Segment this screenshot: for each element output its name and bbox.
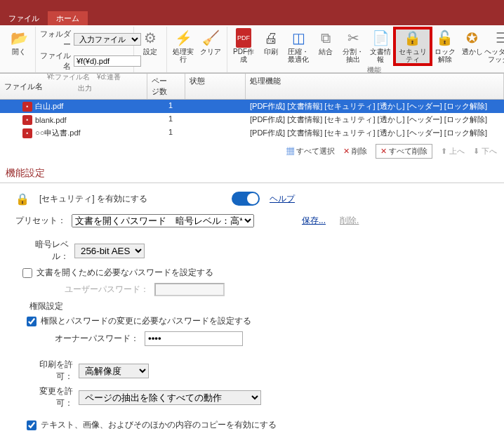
change-allow-select[interactable]: ページの抽出を除くすべての動作 bbox=[79, 390, 261, 405]
help-link[interactable]: ヘルプ bbox=[270, 193, 295, 205]
table-row[interactable]: ▪○○申込書.pdf 1 [PDF作成] [文書情報] [セキュリティ] [透か… bbox=[0, 126, 504, 140]
unlock-label: ロック 解除 bbox=[435, 48, 456, 63]
perm-password-checkbox[interactable] bbox=[27, 317, 37, 326]
allow-copy-checkbox[interactable] bbox=[27, 420, 37, 430]
printer-icon: 🖨 bbox=[264, 29, 278, 46]
clear-label: クリア bbox=[200, 48, 221, 55]
split-label: 分割・ 抽出 bbox=[343, 48, 364, 63]
preset-label: プリセット： bbox=[15, 215, 66, 227]
pdf-file-icon: ▪ bbox=[22, 102, 32, 112]
folder-label: フォルダー bbox=[39, 29, 71, 50]
combine-icon: ⧉ bbox=[321, 29, 331, 46]
print-button[interactable]: 🖨 印刷 bbox=[258, 28, 284, 65]
preset-save-link[interactable]: 保存... bbox=[302, 215, 326, 227]
pdf-create-button[interactable]: PDF PDF作成 bbox=[230, 28, 257, 65]
col-fn[interactable]: 処理機能 bbox=[246, 74, 504, 99]
settings-label: 設定 bbox=[143, 48, 157, 55]
security-button[interactable]: 🔒 セキュリティ bbox=[394, 28, 431, 65]
gear-icon: ⚙ bbox=[144, 29, 157, 46]
tab-file[interactable]: ファイル bbox=[0, 11, 48, 25]
grid-header: ファイル名 ページ数 状態 処理機能 bbox=[0, 74, 504, 100]
combine-button[interactable]: ⧉ 結合 bbox=[312, 28, 339, 65]
open-label: 開く bbox=[12, 48, 26, 55]
col-name[interactable]: ファイル名 bbox=[0, 74, 147, 99]
compress-icon: ◫ bbox=[292, 29, 305, 46]
file-fn: [PDF作成] [文書情報] [セキュリティ] [透かし] [ヘッダー] [ロッ… bbox=[246, 113, 504, 126]
file-fn: [PDF作成] [文書情報] [セキュリティ] [透かし] [ヘッダー] [ロッ… bbox=[246, 100, 504, 113]
file-pages: 1 bbox=[147, 113, 185, 126]
unlock-icon: 🔓 bbox=[436, 29, 453, 46]
compress-label: 圧縮・ 最適化 bbox=[288, 48, 309, 63]
change-allow-label: 変更を許可： bbox=[27, 385, 73, 409]
col-state[interactable]: 状態 bbox=[185, 74, 246, 99]
docinfo-button[interactable]: 📄 文書情報 bbox=[367, 28, 394, 65]
file-fn: [PDF作成] [文書情報] [セキュリティ] [透かし] [ヘッダー] [ロッ… bbox=[246, 126, 504, 140]
settings-button[interactable]: ⚙ 設定 bbox=[137, 28, 164, 57]
filename-input[interactable] bbox=[74, 55, 141, 67]
allow-copy-label: テキスト、画像、およびそのほかの内容のコピーを有効にする bbox=[41, 419, 277, 431]
owner-password-input[interactable] bbox=[145, 331, 243, 346]
lock-icon: 🔒 bbox=[15, 192, 29, 206]
file-name: blank.pdf bbox=[35, 116, 67, 124]
unlock-button[interactable]: 🔓 ロック 解除 bbox=[432, 28, 458, 65]
open-password-checkbox[interactable] bbox=[22, 268, 32, 278]
table-row[interactable]: ▪白山.pdf 1 [PDF作成] [文書情報] [セキュリティ] [透かし] … bbox=[0, 100, 504, 113]
pdf-file-icon: ▪ bbox=[22, 115, 32, 125]
open-folder-icon: 📂 bbox=[11, 29, 28, 46]
split-button[interactable]: ✂ 分割・ 抽出 bbox=[340, 28, 366, 65]
folder-select[interactable]: 入力ファイルと同じ bbox=[74, 33, 141, 46]
pdf-icon: PDF bbox=[236, 29, 251, 46]
ribbon: 📂 開く フォルダー 入力ファイルと同じ ファイル名 ¥f:ファイル名 ¥d:連… bbox=[0, 25, 504, 73]
compress-button[interactable]: ◫ 圧縮・ 最適化 bbox=[285, 28, 312, 65]
broom-icon: 🧹 bbox=[202, 29, 220, 46]
run-label: 処理実行 bbox=[173, 48, 194, 63]
print-allow-select[interactable]: 高解像度 bbox=[79, 364, 149, 378]
file-pages: 1 bbox=[147, 126, 185, 140]
move-up-button[interactable]: ⬆ 上へ bbox=[441, 146, 465, 157]
delete-all-button[interactable]: ✕すべて削除 bbox=[376, 144, 432, 159]
header-footer-icon: ☰ bbox=[496, 29, 504, 46]
header-footer-label: ヘッダー・ フッター bbox=[484, 48, 504, 63]
file-name: 白山.pdf bbox=[35, 101, 63, 112]
security-label: セキュリティ bbox=[397, 48, 428, 63]
clear-button[interactable]: 🧹 クリア bbox=[197, 28, 224, 65]
list-tools: ▦ すべて選択 ✕ 削除 ✕すべて削除 ⬆ 上へ ⬇ 下へ bbox=[0, 140, 504, 164]
tab-home[interactable]: ホーム bbox=[48, 11, 88, 25]
lock-icon: 🔒 bbox=[404, 29, 421, 46]
watermark-label: 透かし bbox=[462, 48, 483, 55]
enc-level-select[interactable]: 256-bit AES bbox=[74, 244, 145, 258]
open-password-label: 文書を開くために必要なパスワードを設定する bbox=[37, 267, 213, 279]
combine-label: 結合 bbox=[319, 48, 333, 55]
bolt-icon: ⚡ bbox=[175, 29, 192, 46]
watermark-button[interactable]: ✪ 透かし bbox=[459, 28, 486, 65]
file-pages: 1 bbox=[147, 100, 185, 113]
user-password-input bbox=[154, 283, 225, 296]
ribbon-tabs: ファイル ホーム bbox=[0, 11, 504, 25]
move-down-button[interactable]: ⬇ 下へ bbox=[473, 146, 497, 157]
enable-security-label: [セキュリティ] を有効にする bbox=[39, 193, 222, 205]
perm-password-label: 権限とパスワードの変更に必要なパスワードを設定する bbox=[41, 315, 251, 327]
pdf-create-label: PDF作成 bbox=[233, 48, 254, 63]
header-footer-button[interactable]: ☰ ヘッダー・ フッター bbox=[486, 28, 504, 65]
enable-security-toggle[interactable] bbox=[232, 192, 260, 206]
preset-select[interactable]: 文書を開くパスワード 暗号レベル：高* bbox=[72, 214, 254, 227]
pdf-file-icon: ▪ bbox=[22, 128, 32, 138]
permission-heading: 権限設定 bbox=[29, 300, 489, 312]
file-grid: ファイル名 ページ数 状態 処理機能 ▪白山.pdf 1 [PDF作成] [文書… bbox=[0, 73, 504, 140]
watermark-icon: ✪ bbox=[466, 29, 478, 46]
select-all-button[interactable]: ▦ すべて選択 bbox=[286, 146, 335, 157]
docinfo-icon: 📄 bbox=[372, 29, 390, 46]
run-button[interactable]: ⚡ 処理実行 bbox=[170, 28, 197, 65]
delete-button[interactable]: ✕ 削除 bbox=[343, 146, 367, 157]
filename-label: ファイル名 bbox=[39, 51, 71, 72]
section-title: 機能設定 bbox=[0, 164, 504, 183]
file-name: ○○申込書.pdf bbox=[35, 128, 81, 138]
col-pages[interactable]: ページ数 bbox=[147, 74, 185, 99]
preset-delete-link[interactable]: 削除. bbox=[340, 215, 359, 227]
enc-level-label: 暗号レベル： bbox=[22, 239, 69, 263]
print-allow-label: 印刷を許可： bbox=[27, 359, 73, 383]
table-row[interactable]: ▪blank.pdf 1 [PDF作成] [文書情報] [セキュリティ] [透か… bbox=[0, 113, 504, 126]
docinfo-label: 文書情報 bbox=[370, 48, 391, 63]
titlebar bbox=[0, 0, 504, 11]
open-button[interactable]: 📂 開く bbox=[6, 28, 32, 57]
